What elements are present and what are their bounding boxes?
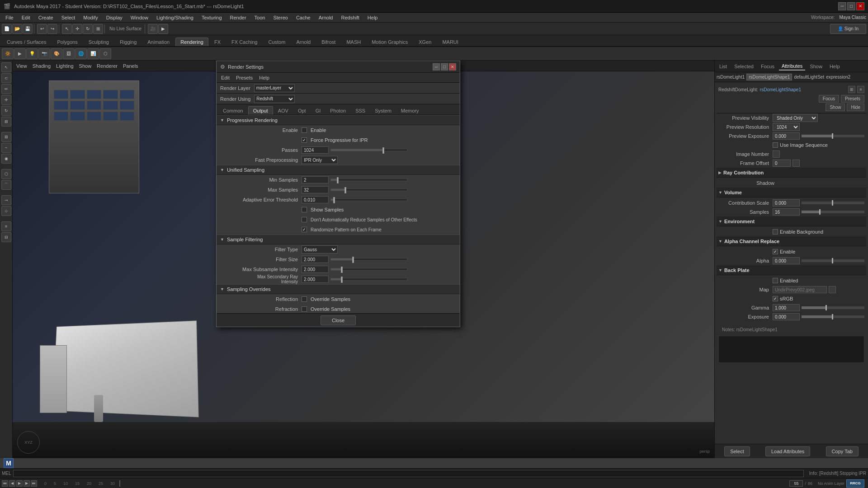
rs-tab-photon[interactable]: Photon xyxy=(326,107,350,115)
show-btn[interactable]: Show xyxy=(826,103,845,111)
rs-options-btn[interactable]: ≡ xyxy=(857,86,864,93)
tab-fx-caching[interactable]: FX Caching xyxy=(226,38,262,46)
tab-bifrost[interactable]: Bifrost xyxy=(316,38,340,46)
rs-show-samples-checkbox[interactable] xyxy=(302,207,307,212)
snap-grid-btn[interactable]: ⊞ xyxy=(1,132,11,142)
rp-tab-attributes[interactable]: Attributes xyxy=(779,62,805,70)
paint-tool-btn[interactable]: ✏ xyxy=(1,84,11,94)
shelf-tex-btn[interactable]: 🖼 xyxy=(63,48,75,59)
menu-modify[interactable]: Modify xyxy=(80,14,101,21)
menu-edit[interactable]: Edit xyxy=(18,14,34,21)
open-scene-btn[interactable]: 📂 xyxy=(12,24,22,34)
use-image-sequence-checkbox[interactable] xyxy=(773,142,778,148)
tl-start-btn[interactable]: ⏮ xyxy=(2,480,8,487)
menu-toon[interactable]: Toon xyxy=(251,14,269,21)
scale-btn[interactable]: ⊞ xyxy=(93,24,103,34)
rs-minimize-btn[interactable]: ─ xyxy=(433,63,440,70)
back-plate-srgb-checkbox[interactable] xyxy=(773,296,778,301)
sample-filtering-header[interactable]: ▼ Sample Filtering xyxy=(217,235,460,244)
render-layer-btn[interactable]: ⊟ xyxy=(1,232,11,242)
viewport[interactable]: View Shading Lighting Show Renderer Pane… xyxy=(13,61,714,458)
rs-menu-help[interactable]: Help xyxy=(256,74,272,81)
tab-rendering[interactable]: Rendering xyxy=(175,38,208,46)
rs-min-samples-input[interactable] xyxy=(302,176,329,183)
rs-expand-btn[interactable]: ⊞ xyxy=(848,86,855,93)
shelf-env-btn[interactable]: 🌐 xyxy=(75,48,87,59)
preview-resolution-select[interactable]: 1024 xyxy=(773,123,800,131)
rs-tab-output[interactable]: Output xyxy=(248,106,273,115)
back-plate-map-input[interactable] xyxy=(773,286,827,293)
preview-exposure-input[interactable] xyxy=(773,132,800,140)
create-nurbs-btn[interactable]: ⌒ xyxy=(1,180,11,190)
shelf-pass-btn[interactable]: 📊 xyxy=(87,48,99,59)
rp-tab-show[interactable]: Show xyxy=(807,63,825,70)
mel-input[interactable] xyxy=(13,470,804,477)
shelf-light-btn[interactable]: 💡 xyxy=(26,48,38,59)
menu-display[interactable]: Display xyxy=(103,14,126,21)
close-btn[interactable]: ✕ xyxy=(856,2,864,10)
back-plate-exposure-slider[interactable] xyxy=(802,315,864,318)
enable-background-checkbox[interactable] xyxy=(773,229,778,235)
translate-btn[interactable]: ✛ xyxy=(72,24,82,34)
tab-mash[interactable]: MASH xyxy=(341,38,366,46)
rotate-tool-btn[interactable]: ↻ xyxy=(1,106,11,116)
rs-tab-opt[interactable]: Opt xyxy=(293,107,311,115)
rs-randomize-checkbox[interactable] xyxy=(302,227,307,232)
menu-render[interactable]: Render xyxy=(226,14,250,21)
rp-tab-selected[interactable]: Selected xyxy=(731,63,756,70)
tab-marui[interactable]: MARUI xyxy=(437,38,463,46)
rs-dont-auto-checkbox[interactable] xyxy=(302,217,307,222)
menu-file[interactable]: File xyxy=(2,14,17,21)
rs-reflection-checkbox[interactable] xyxy=(302,296,307,302)
maximize-btn[interactable]: □ xyxy=(847,2,855,10)
menu-stereo[interactable]: Stereo xyxy=(269,14,291,21)
move-tool-btn[interactable]: ✛ xyxy=(1,95,11,105)
rs-close-button[interactable]: Close xyxy=(321,315,356,325)
tl-next-btn[interactable]: ▶ xyxy=(24,480,30,487)
rs-max-subsample-input[interactable] xyxy=(302,266,329,273)
display-layer-btn[interactable]: ≡ xyxy=(1,221,11,231)
ray-contribution-header[interactable]: ▶ Ray Contribution xyxy=(717,168,866,178)
select-tool-btn[interactable]: ↖ xyxy=(1,62,11,72)
new-scene-btn[interactable]: 📄 xyxy=(2,24,12,34)
back-plate-header[interactable]: ▼ Back Plate xyxy=(717,265,866,275)
rs-menu-presets[interactable]: Presets xyxy=(233,74,255,81)
rs-tab-sss[interactable]: SSS xyxy=(351,107,370,115)
vp-menu-renderer[interactable]: Renderer xyxy=(97,63,118,69)
select-button[interactable]: Select xyxy=(724,446,750,456)
progressive-rendering-header[interactable]: ▼ Progressive Rendering xyxy=(217,115,460,125)
vp-menu-panels[interactable]: Panels xyxy=(123,63,138,69)
scale-tool-btn[interactable]: ⊞ xyxy=(1,117,11,127)
tl-prev-btn[interactable]: ◀ xyxy=(9,480,15,487)
tab-custom[interactable]: Custom xyxy=(264,38,291,46)
minimize-btn[interactable]: ─ xyxy=(838,2,846,10)
undo-btn[interactable]: ↩ xyxy=(37,24,47,34)
tab-rigging[interactable]: Rigging xyxy=(115,38,142,46)
snap-point-btn[interactable]: ◉ xyxy=(1,154,11,164)
copy-tab-button[interactable]: Copy Tab xyxy=(826,446,859,456)
rs-max-subsample-slider[interactable] xyxy=(330,268,407,271)
menu-create[interactable]: Create xyxy=(35,14,57,21)
shelf-render-btn[interactable]: 🔆 xyxy=(2,48,14,59)
tab-sculpting[interactable]: Sculpting xyxy=(84,38,114,46)
image-number-btn[interactable] xyxy=(773,150,780,158)
rs-tab-common[interactable]: Common xyxy=(218,107,248,115)
tab-motion-graphics[interactable]: Motion Graphics xyxy=(367,38,413,46)
environment-header[interactable]: ▼ Environment xyxy=(717,216,866,226)
frame-offset-btn[interactable] xyxy=(793,160,800,167)
load-attributes-button[interactable]: Load Attributes xyxy=(765,446,810,456)
tl-end-btn[interactable]: ⏭ xyxy=(31,480,37,487)
notes-area[interactable] xyxy=(718,336,864,363)
rs-max-secondary-input[interactable] xyxy=(302,276,329,283)
volume-header[interactable]: ▼ Volume xyxy=(717,188,866,197)
alpha-slider[interactable] xyxy=(802,259,864,262)
preview-visibility-select[interactable]: Shaded Only xyxy=(773,114,818,122)
contribution-scale-slider[interactable] xyxy=(802,202,864,204)
tab-polygons[interactable]: Polygons xyxy=(52,38,82,46)
alpha-channel-replace-header[interactable]: ▼ Alpha Channel Replace xyxy=(717,236,866,246)
rs-min-samples-slider[interactable] xyxy=(330,178,407,181)
rp-tab-focus[interactable]: Focus xyxy=(758,63,777,70)
tab-fx[interactable]: FX xyxy=(209,38,226,46)
vp-menu-lighting[interactable]: Lighting xyxy=(56,63,74,69)
rs-max-samples-input[interactable] xyxy=(302,186,329,193)
